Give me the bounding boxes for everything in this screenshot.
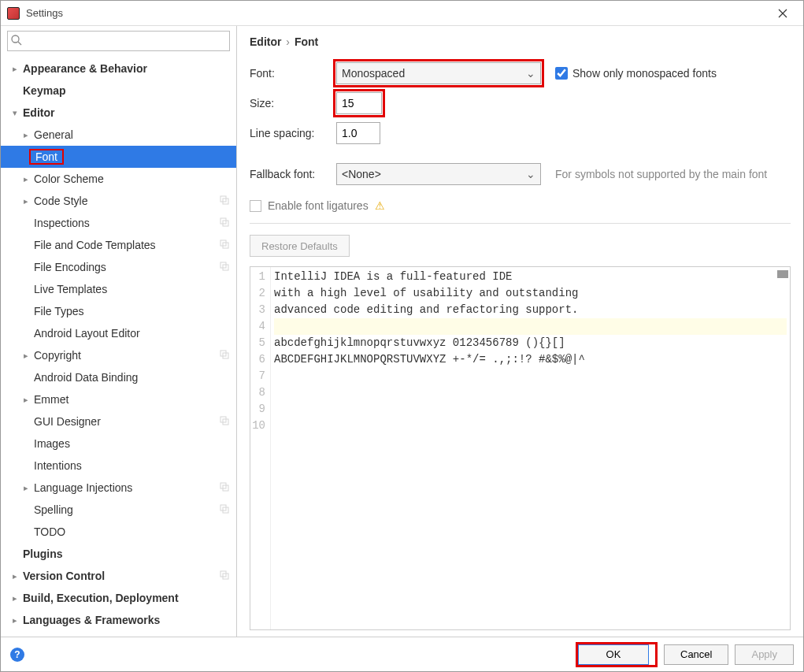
tree-item-label: Languages & Frameworks	[23, 614, 230, 626]
tree-item-todo[interactable]: TODO	[1, 521, 236, 543]
expand-arrow-icon: ▸	[10, 615, 20, 626]
tree-item-editor[interactable]: ▾Editor	[1, 102, 236, 124]
tree-item-code-style[interactable]: ▸Code Style	[1, 190, 236, 212]
sidebar: ▸Appearance & BehaviorKeymap▾Editor▸Gene…	[1, 26, 237, 637]
size-label: Size:	[250, 97, 336, 110]
project-scope-icon	[219, 349, 230, 362]
cancel-button[interactable]: Cancel	[664, 644, 728, 665]
tree-item-label: Version Control	[23, 570, 219, 582]
ok-button[interactable]: OK	[578, 644, 649, 665]
tree-item-color-scheme[interactable]: ▸Color Scheme	[1, 168, 236, 190]
search-icon	[10, 34, 23, 49]
font-value: Monospaced	[342, 67, 405, 80]
tree-item-languages-frameworks[interactable]: ▸Languages & Frameworks	[1, 609, 236, 631]
tree-item-general[interactable]: ▸General	[1, 124, 236, 146]
tree-item-spelling[interactable]: Spelling	[1, 499, 236, 521]
tree-item-gui-designer[interactable]: GUI Designer	[1, 410, 236, 433]
line-spacing-label: Line spacing:	[250, 127, 336, 139]
settings-content: Editor › Font Font: Monospaced ⌄ Show on…	[237, 26, 803, 637]
tree-item-keymap[interactable]: Keymap	[1, 80, 236, 102]
tree-item-label: Intentions	[34, 459, 230, 472]
tree-item-label: Keymap	[23, 84, 230, 97]
tree-item-font[interactable]: Font	[1, 146, 236, 168]
dialog-footer: ? OK Cancel Apply	[1, 637, 803, 671]
settings-tree[interactable]: ▸Appearance & BehaviorKeymap▾Editor▸Gene…	[1, 58, 236, 637]
tree-item-label: Images	[34, 437, 230, 450]
tree-item-label: Editor	[23, 106, 230, 119]
expand-arrow-icon: ▸	[10, 593, 20, 603]
close-button[interactable]	[769, 2, 797, 24]
tree-item-intentions[interactable]: Intentions	[1, 455, 236, 477]
tree-item-label: Appearance & Behavior	[23, 62, 230, 75]
search-box	[7, 31, 230, 51]
project-scope-icon	[219, 481, 230, 495]
window-title: Settings	[26, 7, 769, 19]
breadcrumb: Editor › Font	[250, 35, 791, 48]
tree-item-label: Inspections	[34, 217, 219, 229]
project-scope-icon	[219, 217, 230, 230]
tree-item-emmet[interactable]: ▸Emmet	[1, 388, 236, 410]
tree-item-label: TODO	[34, 525, 230, 538]
tree-item-live-templates[interactable]: Live Templates	[1, 278, 236, 300]
tree-item-label: Font	[34, 149, 230, 165]
titlebar: Settings	[1, 1, 803, 26]
font-preview: 12345678910 IntelliJ IDEA is a full-feat…	[250, 266, 791, 630]
project-scope-icon	[219, 261, 230, 274]
fallback-combo[interactable]: <None> ⌄	[336, 163, 541, 185]
tree-item-label: File Encodings	[34, 261, 219, 273]
tree-item-label: Plugins	[23, 548, 230, 560]
size-input[interactable]	[336, 92, 382, 114]
tree-item-version-control[interactable]: ▸Version Control	[1, 565, 236, 587]
tree-item-label: GUI Designer	[34, 415, 219, 428]
tree-item-label: Android Data Binding	[34, 371, 230, 384]
tree-item-file-encodings[interactable]: File Encodings	[1, 256, 236, 278]
close-icon	[778, 9, 787, 18]
fallback-value: <None>	[342, 168, 381, 180]
tree-item-label: File and Code Templates	[34, 239, 219, 251]
tree-item-file-types[interactable]: File Types	[1, 300, 236, 322]
tree-item-images[interactable]: Images	[1, 433, 236, 455]
project-scope-icon	[219, 503, 230, 517]
mono-only-checkbox[interactable]	[555, 67, 568, 80]
tree-item-android-layout-editor[interactable]: Android Layout Editor	[1, 322, 236, 344]
tree-item-inspections[interactable]: Inspections	[1, 212, 236, 234]
expand-arrow-icon: ▸	[21, 351, 31, 361]
expand-arrow-icon: ▸	[21, 483, 31, 493]
expand-arrow-icon: ▸	[10, 571, 20, 581]
tree-item-android-data-binding[interactable]: Android Data Binding	[1, 366, 236, 388]
tree-item-build-execution-deployment[interactable]: ▸Build, Execution, Deployment	[1, 587, 236, 609]
tree-item-copyright[interactable]: ▸Copyright	[1, 344, 236, 366]
ligatures-label: Enable font ligatures	[268, 199, 369, 212]
expand-arrow-icon: ▸	[21, 196, 31, 206]
line-spacing-input[interactable]	[336, 122, 380, 144]
expand-arrow-icon: ▸	[10, 64, 20, 74]
warning-icon: ⚠	[375, 199, 385, 212]
tree-item-label: Color Scheme	[34, 173, 230, 185]
tree-item-file-and-code-templates[interactable]: File and Code Templates	[1, 234, 236, 256]
tree-item-label: Android Layout Editor	[34, 327, 230, 340]
expand-arrow-icon: ▸	[21, 130, 31, 140]
help-icon[interactable]: ?	[10, 648, 24, 662]
project-scope-icon	[219, 415, 230, 429]
breadcrumb-child: Font	[295, 35, 318, 48]
apply-button[interactable]: Apply	[735, 644, 794, 665]
tree-item-appearance-behavior[interactable]: ▸Appearance & Behavior	[1, 58, 236, 80]
tree-item-label: General	[34, 128, 230, 141]
ligatures-checkbox[interactable]	[250, 200, 261, 212]
preview-code: IntelliJ IDEA is a full-featured IDEwith…	[271, 267, 790, 629]
tree-item-language-injections[interactable]: ▸Language Injections	[1, 477, 236, 499]
tree-item-plugins[interactable]: Plugins	[1, 543, 236, 565]
settings-window: Settings ▸Appearance & BehaviorKeymap▾Ed…	[0, 0, 804, 672]
font-combo[interactable]: Monospaced ⌄	[336, 62, 541, 84]
restore-defaults-button[interactable]: Restore Defaults	[250, 235, 350, 257]
tree-item-label: Code Style	[34, 195, 219, 207]
mono-only-label: Show only monospaced fonts	[572, 67, 717, 80]
main-split: ▸Appearance & BehaviorKeymap▾Editor▸Gene…	[1, 26, 803, 637]
tree-item-label: Build, Execution, Deployment	[23, 592, 230, 604]
tree-item-label: Emmet	[34, 393, 230, 406]
search-input[interactable]	[7, 31, 230, 51]
fallback-label: Fallback font:	[250, 168, 336, 180]
tree-item-label: File Types	[34, 305, 230, 317]
minimap-marker	[777, 270, 788, 278]
app-icon	[7, 7, 20, 20]
